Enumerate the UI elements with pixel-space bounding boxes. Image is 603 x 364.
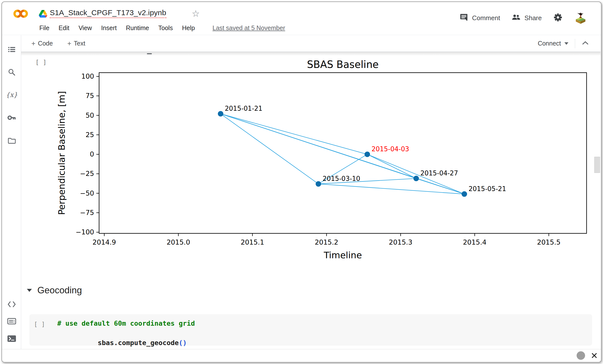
code-comment: # use default 60m coordinates grid [57, 319, 195, 327]
last-saved-link[interactable]: Last saved at 5 November [213, 24, 285, 32]
add-code-label: Code [38, 40, 53, 47]
menu-insert[interactable]: Insert [101, 24, 117, 32]
secrets-key-icon[interactable] [7, 113, 16, 122]
toolbar-separator [575, 39, 575, 48]
code-parens: () [179, 339, 187, 347]
svg-text:2015.3: 2015.3 [389, 238, 412, 246]
browser-frame: S1A_Stack_CPGF_T173_v2.ipynb ☆ File Edit… [1, 1, 602, 363]
collapse-caret-icon[interactable] [27, 289, 32, 292]
code-statement: sbas.compute_geocode [98, 339, 179, 347]
files-folder-icon[interactable] [7, 136, 16, 145]
svg-text:2015.2: 2015.2 [315, 238, 338, 246]
menu-file[interactable]: File [39, 24, 49, 32]
close-icon[interactable] [591, 352, 598, 360]
connect-label: Connect [538, 40, 561, 47]
connect-button[interactable]: Connect [538, 40, 568, 47]
menu-runtime[interactable]: Runtime [126, 24, 149, 32]
drive-icon [39, 10, 47, 19]
svg-text:−100: −100 [76, 228, 94, 236]
svg-text:2015-04-03: 2015-04-03 [371, 145, 409, 153]
add-text-button[interactable]: + Text [67, 40, 85, 48]
plus-icon: + [67, 40, 71, 48]
svg-text:Timeline: Timeline [323, 250, 362, 260]
bottom-status-bar [2, 349, 601, 362]
sidebar-divider [21, 35, 21, 349]
search-icon[interactable] [7, 67, 16, 77]
svg-text:50: 50 [86, 111, 94, 119]
menu-tools[interactable]: Tools [158, 24, 173, 32]
toolbar-shadow [21, 52, 601, 56]
header-divider [2, 35, 601, 35]
colab-window: S1A_Stack_CPGF_T173_v2.ipynb ☆ File Edit… [0, 0, 603, 364]
star-icon[interactable]: ☆ [192, 8, 200, 19]
status-dot [577, 351, 585, 360]
code-cell-prompt[interactable]: [ ] [34, 321, 45, 328]
svg-text:−50: −50 [80, 189, 94, 197]
sbas-baseline-figure: SBAS Baseline2014.92015.02015.12015.2201… [47, 55, 600, 268]
comment-label: Comment [472, 14, 500, 22]
add-code-button[interactable]: + Code [31, 40, 53, 48]
svg-text:−75: −75 [80, 209, 94, 216]
plot-cell-prompt[interactable]: [ ] [35, 59, 47, 66]
cell-toolbar: + Code + Text Connect [21, 35, 601, 52]
svg-text:2015-04-27: 2015-04-27 [421, 169, 458, 177]
terminal-icon[interactable] [7, 334, 16, 343]
svg-text:2015.5: 2015.5 [537, 238, 560, 246]
scrollbar-thumb[interactable] [594, 157, 600, 173]
chevron-down-icon [564, 42, 568, 45]
svg-text:2015-05-21: 2015-05-21 [469, 185, 506, 193]
svg-text:SBAS Baseline: SBAS Baseline [307, 59, 379, 70]
svg-text:−25: −25 [80, 170, 94, 177]
menu-view[interactable]: View [78, 24, 92, 32]
svg-text:2015.4: 2015.4 [463, 238, 486, 246]
code-cell[interactable]: [ ] # use default 60m coordinates grid s… [29, 314, 592, 346]
share-button[interactable]: Share [512, 13, 542, 23]
colab-logo-icon[interactable] [12, 7, 29, 21]
svg-text:Perpendicular Baseline, [m]: Perpendicular Baseline, [m] [57, 91, 67, 215]
people-icon [512, 13, 521, 23]
plus-icon: + [31, 40, 35, 48]
svg-text:75: 75 [86, 92, 94, 100]
svg-text:2015.0: 2015.0 [167, 238, 190, 246]
avatar[interactable] [574, 11, 587, 24]
command-palette-icon[interactable] [7, 316, 16, 326]
code-snippets-icon[interactable] [7, 300, 16, 309]
svg-text:2015-03-10: 2015-03-10 [323, 175, 360, 182]
section-geocoding[interactable]: Geocoding [27, 285, 82, 296]
header-actions: Comment Share [460, 11, 587, 24]
menu-help[interactable]: Help [182, 24, 195, 32]
svg-text:2015-01-21: 2015-01-21 [225, 105, 262, 112]
notebook-title[interactable]: S1A_Stack_CPGF_T173_v2.ipynb [50, 8, 166, 18]
svg-text:25: 25 [86, 131, 94, 139]
comment-button[interactable]: Comment [460, 13, 500, 23]
section-title: Geocoding [37, 285, 82, 296]
menu-edit[interactable]: Edit [59, 24, 69, 32]
svg-text:2015.1: 2015.1 [241, 238, 264, 246]
svg-text:2014.9: 2014.9 [93, 238, 116, 246]
comment-icon [460, 13, 468, 23]
variables-icon[interactable]: {x} [7, 90, 16, 100]
add-text-label: Text [74, 40, 85, 47]
svg-text:0: 0 [90, 150, 94, 158]
table-of-contents-icon[interactable] [7, 45, 16, 54]
chart-canvas: SBAS Baseline2014.92015.02015.12015.2201… [47, 55, 600, 267]
collapse-header-icon[interactable] [582, 41, 589, 47]
settings-gear-icon[interactable] [553, 13, 563, 23]
menubar: File Edit View Insert Runtime Tools Help… [39, 24, 285, 32]
share-label: Share [525, 14, 542, 22]
svg-text:100: 100 [81, 72, 94, 80]
scrolled-cell-artifact [147, 53, 152, 54]
